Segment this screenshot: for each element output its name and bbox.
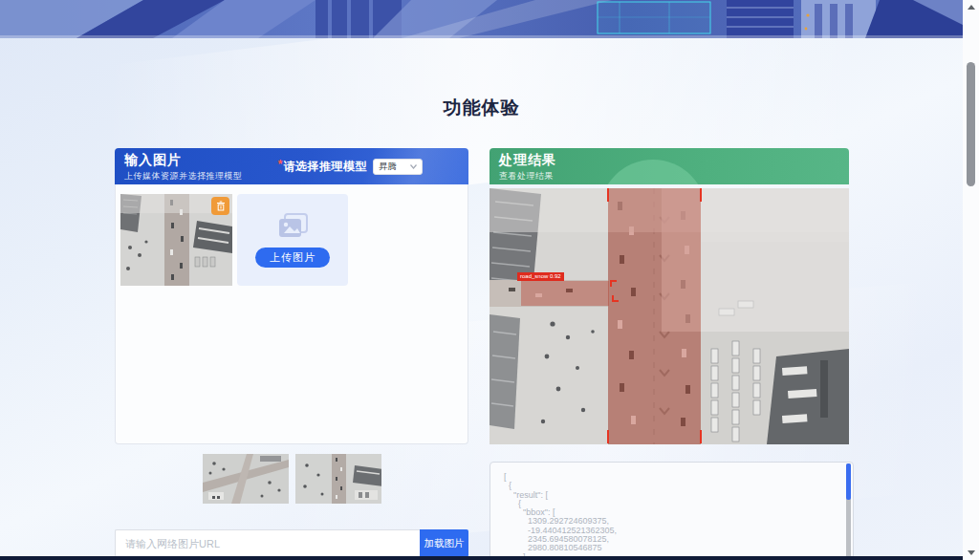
uploaded-image-thumbnail[interactable] (120, 194, 232, 286)
required-mark: * (278, 158, 283, 171)
detection-corner-bracket (610, 280, 617, 287)
detection-mask-vertical (608, 188, 701, 444)
json-scrollbar-track[interactable] (846, 463, 851, 558)
json-scrollbar-thumb[interactable] (846, 463, 851, 500)
url-input-row: 加载图片 (115, 529, 468, 557)
model-select-group: * 请选择推理模型 昇腾 (278, 148, 423, 184)
snow-road-sample-image (295, 454, 381, 504)
model-select-label: 请选择推理模型 (284, 159, 368, 175)
input-panel-header: 输入图片 上传媒体资源并选择推理模型 * 请选择推理模型 昇腾 (115, 148, 468, 184)
trash-icon (216, 201, 226, 211)
load-image-button[interactable]: 加载图片 (420, 529, 468, 557)
page-scrollbar-thumb[interactable] (967, 62, 975, 186)
result-image: road_snow 0.92 (490, 188, 849, 444)
snow-junction-sample-image (203, 454, 289, 504)
sample-image-1[interactable] (203, 454, 289, 504)
page: 功能体验 输入图片 上传媒体资源并选择推理模型 * 请选择推理模型 昇腾 (0, 0, 979, 560)
detection-edge-tick (700, 188, 702, 202)
result-panel-header: 处理结果 查看处理结果 (490, 148, 849, 184)
model-select-value: 昇腾 (379, 161, 397, 173)
chevron-down-icon (410, 164, 417, 169)
result-panel-title: 处理结果 (499, 152, 556, 169)
hero-banner-image (0, 0, 963, 38)
scroll-down-arrow-icon[interactable] (968, 550, 975, 555)
sample-image-row (115, 454, 468, 504)
footer-strip (0, 556, 963, 560)
input-panel-title: 输入图片 (124, 152, 182, 169)
detection-edge-tick (607, 430, 609, 443)
detection-corner-bracket (612, 295, 619, 302)
detection-label: road_snow 0.92 (517, 272, 564, 281)
result-json-panel[interactable]: [ { "result": [ { "bbox": [ 1309.2927246… (490, 462, 854, 560)
scroll-up-arrow-icon[interactable] (968, 5, 975, 10)
page-scrollbar[interactable] (963, 0, 979, 560)
model-select[interactable]: 昇腾 (373, 159, 423, 175)
sample-image-2[interactable] (295, 454, 381, 504)
upload-image-button[interactable]: 上传图片 (255, 248, 330, 268)
result-json-text: [ { "result": [ { "bbox": [ 1309.2927246… (504, 473, 839, 560)
upload-dropzone[interactable]: 上传图片 (237, 194, 348, 286)
input-panel-subtitle: 上传媒体资源并选择推理模型 (124, 170, 243, 183)
detection-edge-tick (700, 430, 702, 443)
detection-edge-tick (607, 188, 609, 202)
image-url-input[interactable] (115, 529, 420, 557)
city-banner-illustration (0, 0, 963, 38)
result-panel-subtitle: 查看处理结果 (499, 170, 554, 183)
page-title: 功能体验 (0, 96, 963, 120)
pictures-icon (276, 213, 309, 240)
delete-image-button[interactable] (211, 197, 229, 215)
input-panel-body: 上传图片 (115, 184, 468, 444)
detection-mask-horizontal (521, 281, 609, 306)
header-circle-decoration (599, 160, 707, 184)
